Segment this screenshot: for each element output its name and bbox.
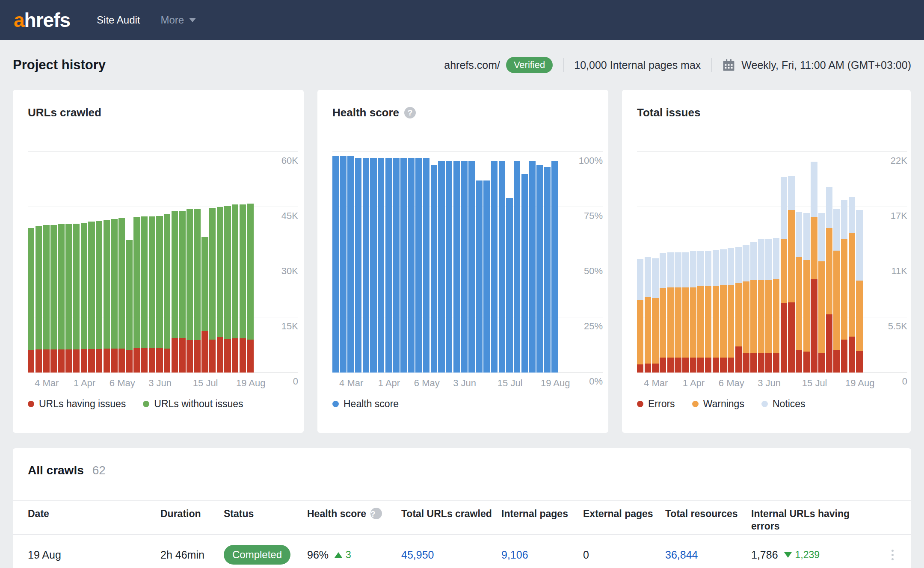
col-internal-urls-errors: Internal URLs having errors (751, 508, 871, 534)
page-header: Project history ahrefs.com/ Verified 10,… (0, 40, 924, 73)
verified-badge: Verified (506, 57, 553, 73)
row-actions-kebab[interactable] (889, 546, 896, 564)
table-header-row: Date Duration Status Health score? Total… (13, 500, 911, 535)
legend-item: Warnings (692, 398, 744, 410)
project-meta: ahrefs.com/ Verified 10,000 Internal pag… (444, 57, 911, 73)
cell-internal-pages: 9,106 (501, 549, 583, 561)
col-total-resources: Total resources (665, 508, 751, 534)
pages-max-label: 10,000 Internal pages max (574, 59, 701, 71)
col-actions (871, 508, 896, 534)
help-icon[interactable]: ? (370, 508, 382, 519)
all-crawls-count: 62 (92, 464, 106, 477)
total-urls-link[interactable]: 45,950 (401, 549, 434, 561)
crawl-schedule: Weekly, Fri, 11:00 AM (GMT+03:00) (741, 59, 911, 71)
all-crawls-card: All crawls 62 Date Duration Status Healt… (13, 448, 911, 568)
legend-item: Errors (637, 398, 675, 410)
all-crawls-title: All crawls (28, 464, 84, 477)
calendar-icon (722, 59, 735, 72)
legend-item: URLs without issues (143, 398, 243, 410)
top-nav: ahrefs Site Audit More (0, 0, 924, 40)
total-resources-link[interactable]: 36,844 (665, 549, 698, 561)
col-internal-pages: Internal pages (501, 508, 583, 534)
legend-item: Notices (761, 398, 806, 410)
col-status: Status (224, 508, 307, 534)
all-crawls-header: All crawls 62 (13, 448, 911, 477)
health-score-chart[interactable]: 100%75%50%25%0%4 Mar1 Apr6 May3 Jun15 Ju… (332, 152, 603, 373)
page-title: Project history (13, 57, 106, 73)
status-badge: Completed (224, 545, 290, 565)
table-row[interactable]: 19 Aug 2h 46min Completed 96% 3 45,950 9… (13, 535, 911, 568)
logo-a: a (14, 9, 24, 31)
col-duration: Duration (160, 508, 224, 534)
total-issues-card: Total issues 22K17K11K5.5K04 Mar1 Apr6 M… (622, 90, 911, 433)
nav-more[interactable]: More (160, 14, 196, 26)
help-icon[interactable]: ? (404, 107, 416, 118)
urls-crawled-chart[interactable]: 60K45K30K15K04 Mar1 Apr6 May3 Jun15 Jul1… (28, 152, 298, 373)
charts-row: URLs crawled 60K45K30K15K04 Mar1 Apr6 Ma… (13, 90, 911, 433)
health-score-value: 96% (307, 549, 329, 561)
urls-crawled-card: URLs crawled 60K45K30K15K04 Mar1 Apr6 Ma… (13, 90, 304, 433)
col-total-urls: Total URLs crawled (401, 508, 501, 534)
urls-crawled-legend: URLs having issuesURLs without issues (28, 398, 304, 410)
errors-delta: 1,239 (784, 549, 820, 561)
divider (711, 58, 712, 72)
logo-rest: hrefs (24, 9, 70, 31)
col-health-score: Health score? (307, 508, 401, 534)
triangle-up-icon (335, 552, 342, 558)
legend-item: URLs having issues (28, 398, 126, 410)
cell-duration: 2h 46min (160, 549, 224, 561)
cell-external-pages: 0 (583, 549, 665, 561)
triangle-down-icon (784, 552, 792, 558)
legend-item: Health score (332, 398, 399, 410)
total-issues-chart[interactable]: 22K17K11K5.5K04 Mar1 Apr6 May3 Jun15 Jul… (637, 152, 907, 373)
urls-crawled-title: URLs crawled (13, 90, 304, 119)
cell-health-score: 96% 3 (307, 549, 401, 561)
cell-status: Completed (224, 545, 307, 565)
ahrefs-logo[interactable]: ahrefs (14, 9, 70, 32)
total-issues-legend: ErrorsWarningsNotices (637, 398, 911, 410)
col-external-pages: External pages (583, 508, 665, 534)
health-delta: 3 (335, 549, 351, 561)
health-score-card: Health score? 100%75%50%25%0%4 Mar1 Apr6… (317, 90, 608, 433)
chevron-down-icon (189, 18, 196, 22)
health-score-legend: Health score (332, 398, 608, 410)
errors-value: 1,786 (751, 549, 778, 561)
total-issues-title: Total issues (622, 90, 911, 119)
cell-internal-urls-errors: 1,786 1,239 (751, 549, 871, 561)
divider (563, 58, 564, 72)
cell-total-resources: 36,844 (665, 549, 751, 561)
nav-more-label: More (160, 14, 184, 26)
col-date: Date (28, 508, 160, 534)
cell-total-urls: 45,950 (401, 549, 501, 561)
internal-pages-link[interactable]: 9,106 (501, 549, 528, 561)
cell-date: 19 Aug (28, 549, 160, 561)
nav-site-audit[interactable]: Site Audit (97, 14, 140, 26)
project-domain: ahrefs.com/ (444, 59, 500, 71)
health-score-title: Health score? (317, 90, 608, 119)
